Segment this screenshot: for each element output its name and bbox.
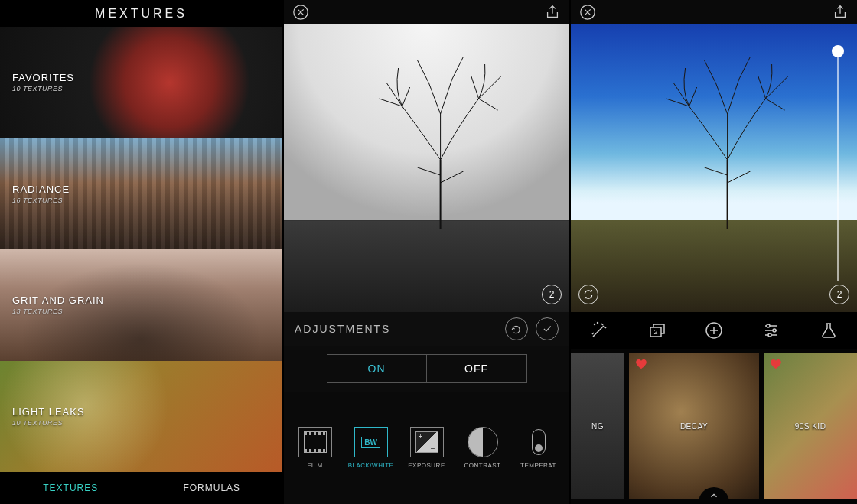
pack-title: RADIANCE	[12, 184, 70, 195]
svg-point-8	[773, 329, 776, 332]
svg-point-2	[595, 324, 595, 325]
preview-ground	[571, 220, 857, 312]
adjustment-film[interactable]: FILM	[288, 427, 341, 469]
texture-pack-favorites[interactable]: FAVORITES 10 TEXTURES	[0, 27, 282, 138]
app-title: MEXTURES	[0, 0, 282, 27]
image-preview: 2	[571, 24, 857, 312]
thumb-label: NG	[591, 422, 604, 431]
temperature-icon	[522, 427, 556, 457]
share-icon	[832, 4, 849, 21]
sliders-icon	[762, 321, 780, 340]
svg-point-3	[598, 323, 598, 324]
plus-circle-icon	[705, 321, 723, 340]
thumb-label: DECAY	[680, 422, 708, 431]
texture-thumb[interactable]: NG	[571, 353, 624, 499]
tab-formulas[interactable]: FORMULAS	[142, 472, 283, 504]
adjustment-contrast[interactable]: CONTRAST	[456, 427, 509, 469]
flask-icon	[820, 321, 838, 340]
layers-icon: 2	[647, 321, 666, 340]
adjustments-strip[interactable]: FILM BW BLACK/WHITE +− EXPOSURE CONTRAST…	[284, 392, 569, 504]
check-icon	[542, 324, 552, 334]
svg-point-7	[767, 324, 770, 327]
library-screen: MEXTURES FAVORITES 10 TEXTURES RADIANCE …	[0, 0, 284, 504]
undo-button[interactable]	[505, 317, 528, 340]
svg-text:2: 2	[654, 328, 658, 336]
favorite-heart-icon[interactable]	[770, 358, 782, 370]
film-icon	[298, 427, 332, 457]
pack-title: FAVORITES	[12, 72, 74, 83]
pack-subtitle: 13 TEXTURES	[12, 307, 104, 315]
texture-thumbnails[interactable]: NG DECAY 90S KID	[571, 349, 857, 504]
chevron-up-icon	[709, 490, 719, 501]
texture-pack-list: FAVORITES 10 TEXTURES RADIANCE 16 TEXTUR…	[0, 27, 282, 472]
close-icon	[579, 4, 596, 21]
texture-pack-radiance[interactable]: RADIANCE 16 TEXTURES	[0, 138, 282, 250]
tool-layers[interactable]: 2	[644, 317, 670, 343]
texture-thumb-90s-kid[interactable]: 90S KID	[764, 353, 857, 499]
close-button[interactable]	[292, 3, 310, 21]
close-button[interactable]	[578, 3, 597, 21]
texture-thumb-decay[interactable]: DECAY	[629, 353, 759, 499]
top-bar	[571, 0, 857, 24]
apply-button[interactable]	[536, 317, 559, 340]
thumb-label: 90S KID	[795, 422, 826, 431]
preview-tree	[356, 45, 524, 232]
top-bar	[284, 0, 569, 24]
bottom-tabs: TEXTURES FORMULAS	[0, 472, 282, 504]
layer-count-badge[interactable]: 2	[829, 285, 849, 304]
pack-subtitle: 10 TEXTURES	[12, 419, 85, 427]
wand-icon	[590, 321, 608, 340]
adjustments-label: ADJUSTMENTS	[295, 323, 497, 335]
adjustment-black-white[interactable]: BW BLACK/WHITE	[344, 427, 397, 469]
contrast-icon	[468, 427, 498, 457]
pack-subtitle: 16 TEXTURES	[12, 197, 70, 204]
texture-pack-light-leaks[interactable]: LIGHT LEAKS 10 TEXTURES	[0, 361, 282, 473]
svg-point-9	[768, 333, 771, 337]
texture-pack-grit-and-grain[interactable]: GRIT AND GRAIN 13 TEXTURES	[0, 249, 282, 361]
preview-tree	[644, 45, 812, 232]
share-button[interactable]	[543, 3, 562, 21]
favorite-heart-icon[interactable]	[635, 358, 647, 370]
preview-ground	[284, 220, 569, 312]
exposure-icon: +−	[410, 427, 444, 457]
on-off-toggle: ON OFF	[327, 354, 527, 383]
close-icon	[292, 4, 309, 21]
texture-apply-screen: 2 2 NG DECAY 90S KID	[571, 0, 857, 504]
toggle-row: ON OFF	[284, 346, 569, 392]
adjustments-header: ADJUSTMENTS	[284, 312, 569, 346]
intensity-slider-thumb[interactable]	[832, 45, 844, 57]
tool-sliders[interactable]	[758, 317, 784, 343]
undo-icon	[511, 324, 522, 334]
share-icon	[544, 4, 561, 21]
pack-title: LIGHT LEAKS	[12, 406, 85, 418]
edit-toolbar: 2	[571, 312, 857, 349]
rotate-icon	[583, 289, 594, 300]
intensity-slider-track[interactable]	[837, 47, 839, 281]
tool-magic[interactable]	[586, 317, 612, 343]
adjustment-temperature[interactable]: TEMPERAT	[512, 427, 565, 469]
rotate-button[interactable]	[578, 285, 598, 304]
adjustments-screen: 2 ADJUSTMENTS ON OFF FILM BW BLACK/WHITE…	[284, 0, 571, 504]
pack-title: GRIT AND GRAIN	[12, 294, 104, 306]
toggle-on[interactable]: ON	[327, 355, 427, 382]
layer-count-badge[interactable]: 2	[542, 285, 562, 304]
share-button[interactable]	[831, 3, 849, 21]
bw-icon: BW	[354, 427, 388, 457]
adjustment-exposure[interactable]: +− EXPOSURE	[400, 427, 453, 469]
toggle-off[interactable]: OFF	[427, 355, 526, 382]
tool-add[interactable]	[701, 317, 727, 343]
tool-flask[interactable]	[816, 317, 842, 343]
pack-subtitle: 10 TEXTURES	[12, 85, 74, 93]
tab-textures[interactable]: TEXTURES	[0, 472, 142, 504]
image-preview: 2	[284, 24, 569, 312]
